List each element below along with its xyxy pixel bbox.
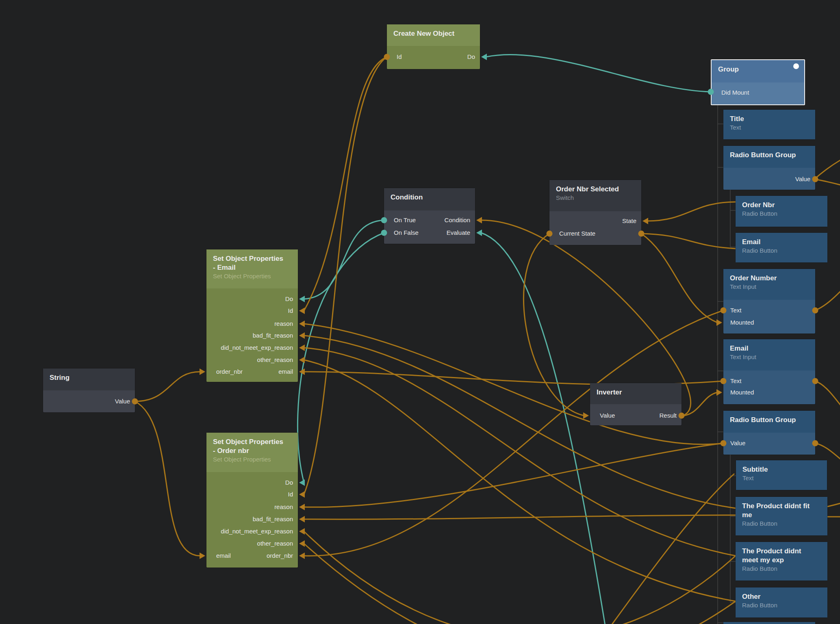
- port-arrow[interactable]: [481, 54, 487, 60]
- port-arrow[interactable]: [299, 516, 305, 522]
- node-radio-didnt-meet-exp[interactable]: The Product didntmeet my expRadio Button: [736, 542, 827, 581]
- node-partial-node-bottom[interactable]: [723, 622, 815, 624]
- port-arrow[interactable]: [299, 540, 305, 547]
- node-radio-order-nbr[interactable]: Order NbrRadio Button: [736, 196, 827, 227]
- port-arrow[interactable]: [642, 218, 648, 224]
- connection-wire-orange[interactable]: [304, 57, 387, 311]
- port-label-did-not-meet-exp-reason[interactable]: did_not_meet_exp_reason: [221, 527, 293, 535]
- node-radio-email[interactable]: EmailRadio Button: [736, 233, 827, 262]
- connection-wire-orange[interactable]: [610, 474, 734, 624]
- connection-wire-teal[interactable]: [297, 233, 384, 483]
- node-editor-canvas[interactable]: Create New ObjectIdDoGroupDid MountTitle…: [0, 0, 840, 624]
- node-string[interactable]: StringValue: [43, 368, 135, 412]
- connection-wire-orange[interactable]: [814, 179, 840, 186]
- node-inverter[interactable]: InverterValueResult: [590, 383, 682, 425]
- port-arrow[interactable]: [299, 479, 305, 486]
- port-label-do[interactable]: Do: [285, 479, 293, 487]
- port-arrow[interactable]: [299, 528, 305, 535]
- connection-wire-teal[interactable]: [304, 220, 384, 299]
- connection-wire-orange[interactable]: [304, 310, 723, 556]
- connection-wire-orange[interactable]: [304, 544, 736, 624]
- port-label-on-true[interactable]: On True: [394, 216, 416, 224]
- connection-wire-orange[interactable]: [815, 288, 840, 310]
- connection-wire-orange[interactable]: [304, 348, 736, 556]
- port-label-id[interactable]: Id: [288, 490, 293, 498]
- connection-wire-orange[interactable]: [524, 234, 584, 416]
- node-group[interactable]: GroupDid Mount: [711, 59, 805, 105]
- connection-wire-teal[interactable]: [486, 54, 711, 92]
- connection-wire-orange[interactable]: [827, 503, 840, 507]
- node-radio-button-group-2[interactable]: Radio Button GroupValue: [723, 411, 815, 455]
- port-label-on-false[interactable]: On False: [394, 229, 419, 237]
- port-label-email[interactable]: email: [278, 368, 293, 376]
- port-arrow[interactable]: [299, 357, 305, 363]
- node-set-object-properties-order-nbr[interactable]: Set Object Properties- Order nbrSet Obje…: [206, 433, 298, 568]
- port-label-order-nbr[interactable]: order_nbr: [267, 552, 293, 560]
- port-arrow[interactable]: [716, 319, 722, 326]
- connection-wire-orange[interactable]: [815, 381, 840, 409]
- node-condition[interactable]: ConditionOn TrueConditionOn FalseEvaluat…: [384, 188, 475, 244]
- port-label-bad-fit-reason[interactable]: bad_fit_reason: [253, 332, 293, 340]
- port-arrow[interactable]: [583, 412, 589, 419]
- port-arrow[interactable]: [299, 344, 305, 351]
- node-radio-other[interactable]: OtherRadio Button: [736, 587, 827, 618]
- port-arrow[interactable]: [476, 217, 482, 223]
- node-set-object-properties-email[interactable]: Set Object Properties- EmailSet Object P…: [206, 249, 298, 382]
- port-arrow[interactable]: [299, 504, 305, 510]
- port-label-value[interactable]: Value: [795, 175, 810, 183]
- connection-wire-orange[interactable]: [647, 202, 736, 221]
- port-label-do[interactable]: Do: [467, 53, 475, 61]
- node-radio-button-group-1[interactable]: Radio Button GroupValue: [723, 146, 815, 190]
- node-radio-didnt-fit[interactable]: The Product didnt fitmeRadio Button: [736, 497, 827, 535]
- connection-wire-orange[interactable]: [814, 158, 840, 179]
- port-label-state[interactable]: State: [622, 217, 636, 225]
- connection-wire-orange[interactable]: [682, 392, 717, 416]
- port-label-value[interactable]: Value: [600, 412, 615, 420]
- port-label-do[interactable]: Do: [285, 295, 293, 303]
- port-label-text[interactable]: Text: [730, 377, 742, 385]
- connection-wire-orange[interactable]: [304, 443, 723, 507]
- node-order-nbr-selected[interactable]: Order Nbr SelectedSwitchStateCurrent Sta…: [549, 180, 641, 245]
- port-arrow[interactable]: [476, 230, 482, 236]
- port-label-result[interactable]: Result: [659, 412, 677, 420]
- port-label-mounted[interactable]: Mounted: [730, 388, 754, 396]
- port-arrow[interactable]: [299, 491, 305, 498]
- port-arrow[interactable]: [200, 552, 205, 559]
- port-label-id[interactable]: Id: [397, 53, 402, 61]
- port-label-text[interactable]: Text: [730, 306, 742, 314]
- node-title-text[interactable]: TitleText: [723, 110, 815, 139]
- port-arrow[interactable]: [200, 368, 205, 375]
- port-label-email[interactable]: email: [216, 552, 231, 560]
- port-label-reason[interactable]: reason: [274, 320, 293, 328]
- port-label-mounted[interactable]: Mounted: [730, 318, 754, 327]
- port-arrow[interactable]: [299, 552, 305, 559]
- port-label-current-state[interactable]: Current State: [559, 230, 595, 238]
- connection-wire-teal[interactable]: [481, 233, 606, 624]
- connection-wire-orange[interactable]: [304, 515, 736, 519]
- port-label-evaluate[interactable]: Evaluate: [447, 229, 470, 237]
- port-label-value[interactable]: Value: [730, 439, 745, 447]
- port-arrow[interactable]: [716, 389, 722, 396]
- port-label-did-mount[interactable]: Did Mount: [721, 89, 749, 97]
- connection-wire-orange[interactable]: [304, 531, 736, 624]
- port-label-bad-fit-reason[interactable]: bad_fit_reason: [253, 515, 293, 523]
- connection-wire-orange[interactable]: [304, 57, 387, 494]
- port-label-other-reason[interactable]: other_reason: [257, 356, 293, 364]
- node-email-text-input[interactable]: EmailText InputTextMounted: [723, 339, 815, 404]
- port-label-value[interactable]: Value: [115, 397, 130, 405]
- port-label-id[interactable]: Id: [288, 307, 293, 315]
- node-subtitle-text[interactable]: SubtitleText: [736, 460, 827, 490]
- connection-wire-orange[interactable]: [815, 443, 840, 462]
- port-arrow[interactable]: [299, 368, 305, 375]
- port-label-condition[interactable]: Condition: [445, 216, 470, 224]
- port-label-other-reason[interactable]: other_reason: [257, 540, 293, 548]
- connection-wire-orange[interactable]: [135, 372, 200, 401]
- node-create-new-object[interactable]: Create New ObjectIdDo: [387, 24, 480, 69]
- connection-wire-orange[interactable]: [641, 234, 736, 249]
- port-arrow[interactable]: [299, 308, 305, 314]
- connection-wire-orange[interactable]: [135, 401, 200, 556]
- port-arrow[interactable]: [299, 332, 305, 339]
- connection-wire-orange[interactable]: [641, 234, 717, 323]
- node-order-number-text-input[interactable]: Order NumberText InputTextMounted: [723, 269, 815, 334]
- connection-wire-orange[interactable]: [304, 372, 723, 385]
